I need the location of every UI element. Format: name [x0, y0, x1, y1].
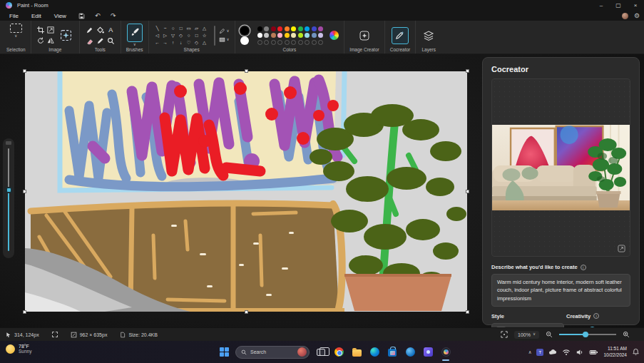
taskbar-app-file-explorer[interactable]: [350, 344, 363, 361]
hidden-icons-chevron-icon[interactable]: ∧: [528, 349, 532, 355]
shape-icon[interactable]: ◇: [178, 32, 185, 39]
color-swatch[interactable]: [285, 33, 290, 38]
canvas-handle-w[interactable]: [23, 190, 26, 193]
shape-icon[interactable]: ○: [185, 32, 193, 39]
resize-icon[interactable]: [46, 26, 55, 35]
background-color-swatch[interactable]: [240, 36, 249, 45]
pencil-tool-icon[interactable]: [85, 26, 94, 35]
flip-icon[interactable]: [46, 36, 55, 46]
color-swatch[interactable]: [298, 26, 303, 31]
close-button[interactable]: ×: [627, 0, 644, 11]
notification-bell-icon[interactable]: [632, 348, 640, 356]
shape-outline-dropdown[interactable]: ∨: [219, 28, 230, 34]
shape-icon[interactable]: □: [193, 32, 200, 39]
canvas-handle-se[interactable]: [466, 310, 469, 314]
save-icon[interactable]: [76, 11, 88, 20]
selection-tool[interactable]: ∨: [10, 24, 22, 47]
color-picker-tool-icon[interactable]: [96, 36, 105, 46]
color-swatch-empty[interactable]: [277, 40, 282, 45]
prompt-input[interactable]: Warm mid century home interior, modern s…: [491, 274, 630, 307]
color-swatch[interactable]: [285, 26, 290, 31]
shape-icon[interactable]: △: [201, 39, 208, 46]
color-swatch-empty[interactable]: [298, 40, 303, 45]
image-creator-button[interactable]: [357, 27, 372, 44]
shape-icon[interactable]: ☆: [201, 32, 208, 39]
color-swatch[interactable]: [277, 26, 282, 31]
color-swatch-empty[interactable]: [291, 40, 296, 45]
taskbar-app-chrome[interactable]: [332, 344, 345, 361]
info-icon[interactable]: i: [593, 313, 599, 319]
color-swatch[interactable]: [257, 26, 262, 31]
shape-icon[interactable]: ▭: [185, 25, 193, 31]
shape-icon[interactable]: ╲: [154, 25, 161, 31]
brushes-button[interactable]: [127, 24, 143, 42]
shapes-scrollbar[interactable]: [214, 26, 215, 46]
shape-icon[interactable]: ▷: [162, 32, 169, 39]
zoom-out-icon[interactable]: [546, 331, 553, 338]
battery-icon[interactable]: [589, 348, 598, 357]
drawing-canvas[interactable]: [25, 71, 467, 312]
shape-icon[interactable]: △: [201, 25, 208, 31]
color-swatch[interactable]: [291, 33, 296, 38]
canvas-handle-s[interactable]: [245, 310, 248, 314]
taskbar-app-outlook[interactable]: [404, 344, 416, 361]
color-swatch-empty[interactable]: [305, 40, 310, 45]
redo-icon[interactable]: ↷: [107, 11, 120, 20]
color-swatch[interactable]: [318, 26, 323, 31]
brush-size-slider-thumb[interactable]: [6, 187, 12, 193]
color-swatch[interactable]: [291, 26, 296, 31]
undo-icon[interactable]: ↶: [91, 11, 104, 20]
color-swatch[interactable]: [312, 26, 317, 31]
shape-icon[interactable]: ~: [162, 25, 169, 31]
edit-colors-wheel-icon[interactable]: [329, 31, 339, 40]
teams-icon[interactable]: T: [536, 349, 543, 356]
shape-icon[interactable]: ▱: [193, 25, 200, 31]
shape-icon[interactable]: ▽: [170, 32, 177, 39]
cocreator-button[interactable]: [392, 27, 409, 44]
color-swatch-empty[interactable]: [264, 40, 269, 45]
color-swatch[interactable]: [305, 33, 310, 38]
shape-icon[interactable]: ↑: [170, 39, 177, 46]
volume-icon[interactable]: [576, 348, 584, 357]
menu-file[interactable]: File: [3, 12, 25, 20]
taskbar-app-store[interactable]: [386, 344, 399, 361]
rotate-icon[interactable]: [36, 36, 45, 46]
onedrive-cloud-icon[interactable]: [548, 348, 557, 357]
minimize-button[interactable]: –: [593, 0, 610, 11]
color-swatch-empty[interactable]: [271, 40, 276, 45]
shape-icon[interactable]: ◁: [154, 32, 161, 39]
fit-to-screen-icon[interactable]: [501, 331, 508, 338]
taskbar-search-box[interactable]: Search: [235, 346, 310, 359]
expand-preview-icon[interactable]: [618, 245, 625, 252]
task-view-button[interactable]: [315, 344, 327, 361]
color-swatch-empty[interactable]: [318, 40, 323, 45]
canvas-handle-e[interactable]: [466, 190, 469, 193]
color-swatch[interactable]: [271, 33, 276, 38]
taskbar-app-edge[interactable]: [368, 344, 381, 361]
info-icon[interactable]: i: [581, 265, 586, 270]
taskbar-app-designer[interactable]: [421, 344, 434, 361]
color-swatch-empty[interactable]: [312, 40, 317, 45]
shape-icon[interactable]: ◇: [193, 39, 200, 46]
canvas-handle-sw[interactable]: [23, 310, 26, 314]
color-swatch[interactable]: [277, 33, 282, 38]
eraser-tool-icon[interactable]: [85, 36, 94, 46]
canvas-handle-ne[interactable]: [466, 69, 469, 73]
color-swatch-empty[interactable]: [285, 40, 290, 45]
canvas-handle-n[interactable]: [245, 69, 248, 73]
shape-icon[interactable]: ←: [154, 39, 161, 46]
color-swatch[interactable]: [257, 33, 262, 38]
zoom-in-icon[interactable]: [623, 331, 630, 338]
fill-tool-icon[interactable]: [96, 26, 105, 35]
color-swatch[interactable]: [264, 26, 269, 31]
canvas-handle-nw[interactable]: [23, 69, 26, 73]
layers-button[interactable]: [421, 27, 436, 44]
wifi-icon[interactable]: [562, 348, 571, 357]
taskbar-clock[interactable]: 11:51 AM 10/22/2024: [603, 346, 627, 359]
taskbar-app-paint-active[interactable]: [439, 344, 452, 361]
color-swatch-empty[interactable]: [257, 40, 262, 45]
color-swatch[interactable]: [264, 33, 269, 38]
shape-icon[interactable]: ♡: [185, 39, 193, 46]
user-avatar[interactable]: [622, 13, 628, 19]
zoom-slider-thumb[interactable]: [583, 332, 588, 337]
